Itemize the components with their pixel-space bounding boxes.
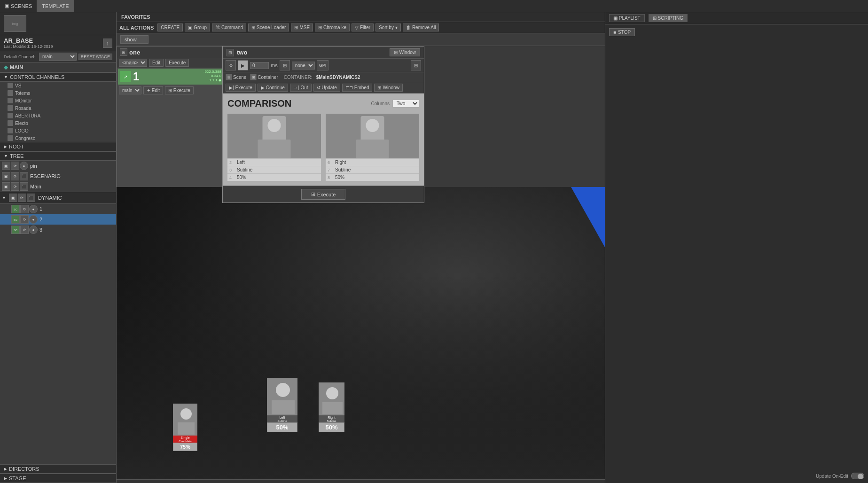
svg-point-9 <box>180 408 192 420</box>
scripting-icon: ⊞ <box>653 16 657 21</box>
channel-select[interactable]: main <box>39 53 77 61</box>
upload-button[interactable]: ↑ <box>103 39 112 48</box>
tree-icon: ● <box>29 215 38 224</box>
out-btn[interactable]: →| Out <box>290 84 312 92</box>
channel-congreso[interactable]: Congreso <box>0 134 116 142</box>
footer-execute-icon: ⊞ <box>311 191 315 197</box>
root-header[interactable]: ▶ ROOT <box>0 142 116 151</box>
playlist-tab[interactable]: ▣ PLAYLIST <box>609 14 645 22</box>
all-actions-label: ALL ACTIONS <box>119 25 154 31</box>
embed-btn[interactable]: ⊏⊐ Embed <box>342 84 373 92</box>
comparison-card-left: 2 Left 3 Subline 4 50% <box>227 114 321 181</box>
settings-icon[interactable]: ⚙ <box>226 60 236 70</box>
main-button[interactable]: MAIN <box>10 64 23 70</box>
window-one-scene-item[interactable]: ↗ 1 -522.0.3880.34.01.1.1 ◆ <box>118 69 223 85</box>
tree-label: TREE <box>10 153 23 159</box>
update-on-edit-label: Update On-Edit <box>816 474 848 479</box>
command-icon: ⌘ <box>215 25 220 30</box>
chroma-key-button[interactable]: ⊞ Chroma ke <box>315 23 350 31</box>
tree-item-label: 3 <box>39 227 42 233</box>
template-tab[interactable]: TEMPLATE <box>37 0 74 12</box>
footer-execute-btn[interactable]: ⊞ Execute <box>301 189 346 200</box>
ar-base-thumbnail: img <box>4 15 26 32</box>
left-card-field-2[interactable]: 3 Subline <box>227 166 321 173</box>
counter-input[interactable] <box>250 62 269 69</box>
window-one-edit-btn[interactable]: Edit <box>149 59 164 67</box>
tree-item-pin[interactable]: ▣ ⟳ ● pin <box>0 161 116 171</box>
window-one-channel-select[interactable]: <main> <box>119 59 147 67</box>
window-one-item-channel[interactable]: main <box>119 86 141 94</box>
horizontal-scrollbar[interactable] <box>117 479 605 483</box>
tree-item-dynamic-2[interactable]: sc ⟳ ● 2 <box>0 214 116 225</box>
show-input[interactable] <box>120 35 149 44</box>
continue-icon: ▶ <box>261 85 265 90</box>
left-card-image <box>227 114 321 158</box>
left-card-field-1[interactable]: 2 Left <box>227 158 321 166</box>
right-card-field-2[interactable]: 7 Subline <box>326 166 419 173</box>
scripting-tab[interactable]: ⊞ SCRIPTING <box>649 14 688 22</box>
create-button[interactable]: CREATE <box>157 23 183 31</box>
window-one-execute-btn[interactable]: Execute <box>165 59 189 67</box>
update-on-edit-toggle[interactable] <box>851 473 864 479</box>
channel-monitor[interactable]: MOnitor <box>0 97 116 104</box>
group-button[interactable]: ▣ Group <box>185 23 210 31</box>
channel-icon <box>8 135 13 141</box>
right-card-field-1[interactable]: 6 Right <box>326 158 419 166</box>
channel-abertura[interactable]: ABERTURA <box>0 112 116 119</box>
channel-totems[interactable]: Totems <box>0 89 116 97</box>
playlist-icon: ▣ <box>613 16 618 21</box>
preview-card-left: Left Subline 50% <box>267 378 297 432</box>
window-one-item-edit[interactable]: ✦ Edit <box>143 86 163 94</box>
update-btn[interactable]: ↺ Update <box>313 84 340 92</box>
favorites-label: FAVORITES <box>121 14 150 20</box>
directors-label: DIRECTORS <box>9 466 39 472</box>
continue-btn[interactable]: ▶ Continue <box>258 84 288 92</box>
stop-button[interactable]: ■ STOP <box>609 28 635 36</box>
right-panel-body: ■ STOP <box>605 24 868 40</box>
channel-logo[interactable]: LOGO <box>0 127 116 134</box>
command-button[interactable]: ⌘ Command <box>212 23 246 31</box>
scenes-tab[interactable]: ▣ SCENES <box>0 0 37 12</box>
window-two-title: two <box>237 49 247 56</box>
channel-vs[interactable]: VS <box>0 82 116 89</box>
channel-rosada[interactable]: Rosada <box>0 104 116 112</box>
tree-icon: sc <box>11 215 20 224</box>
stage-header[interactable]: ▶ STAGE <box>0 474 116 483</box>
preset-select[interactable]: none <box>292 62 315 70</box>
comparison-header: COMPARISON Columns Two One Three <box>227 98 419 109</box>
gpi-icon: GPI <box>317 60 329 70</box>
container-tab[interactable]: Container <box>258 75 278 80</box>
tree-item-main[interactable]: ▣ ⟳ ⬛ Main <box>0 181 116 192</box>
window2-btn[interactable]: ⊞ Window <box>374 84 403 92</box>
window-one-title: one <box>129 49 140 56</box>
directors-header[interactable]: ▶ DIRECTORS <box>0 464 116 474</box>
scene-loader-button[interactable]: ⊞ Scene Loader <box>248 23 289 31</box>
mse-button[interactable]: ⊞ MSE <box>291 23 313 31</box>
channel-electo[interactable]: Electo <box>0 119 116 127</box>
channel-icon <box>8 113 13 118</box>
window-two-action-row: ▶| Execute ▶ Continue →| Out <box>223 82 424 93</box>
right-card-field-3[interactable]: 8 50% <box>326 173 419 181</box>
filter-button[interactable]: ▽ Filter <box>352 23 374 31</box>
columns-select[interactable]: Two One Three <box>392 100 419 108</box>
expand-icon[interactable]: ⊞ <box>411 60 421 70</box>
play-icon: ▶ <box>238 60 248 70</box>
tree-icon: ● <box>29 205 38 213</box>
remove-all-button[interactable]: 🗑 Remove All <box>403 23 439 31</box>
tree-item-dynamic[interactable]: ▼ ▣ ⟳ ⬛ DYNAMIC <box>0 192 116 204</box>
tree-item-dynamic-3[interactable]: sc ⟳ ● 3 <box>0 225 116 235</box>
tree-item-escenario[interactable]: ▣ ⟳ ⬛ ESCENARIO <box>0 171 116 181</box>
window-one-item-execute[interactable]: ⊞ Execute <box>165 86 194 94</box>
control-channels-list: VS Totems MOnitor Rosada ABERTURA Electo… <box>0 82 116 142</box>
scene-tab[interactable]: Scene <box>233 75 246 80</box>
control-channels-header[interactable]: ▼ CONTROL CHANNELS <box>0 72 116 82</box>
window-two-window-btn[interactable]: ⊞ Window <box>390 48 420 56</box>
tree-item-dynamic-1[interactable]: sc ⟳ ● 1 <box>0 204 116 214</box>
execute-btn[interactable]: ▶| Execute <box>226 84 256 92</box>
tree-header[interactable]: ▼ TREE <box>0 151 116 161</box>
left-card-field-3[interactable]: 4 50% <box>227 173 321 181</box>
tree-icon: ▣ <box>2 162 10 170</box>
sort-by-button[interactable]: Sort by ▾ <box>375 23 401 31</box>
container-value: $MainSDYNAMICS2 <box>316 75 360 80</box>
reset-stage-button[interactable]: RESET STAGE <box>78 54 112 60</box>
